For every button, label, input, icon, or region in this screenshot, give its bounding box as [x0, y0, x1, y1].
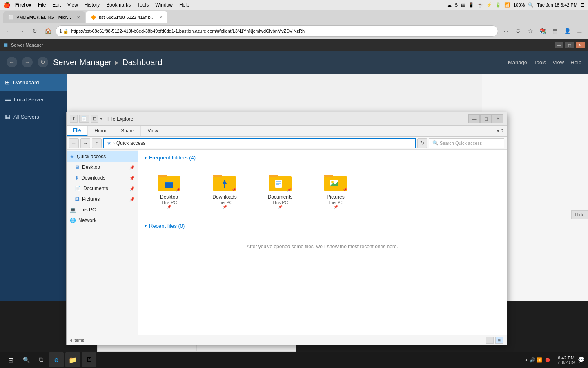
menu-window[interactable]: Window	[155, 2, 173, 8]
fe-grid-view-button[interactable]: ⊞	[495, 337, 503, 344]
fe-toolbar-grid-icon[interactable]: ⊟	[91, 115, 98, 123]
nav-item-desktop[interactable]: 🖥 Desktop 📌	[67, 162, 138, 173]
fe-back-button[interactable]: ←	[69, 138, 79, 148]
fe-ribbon-expand[interactable]: ▾ ?	[494, 126, 507, 136]
menu-help[interactable]: Help	[179, 2, 189, 8]
pin-icon-desktop: 📌	[129, 165, 134, 170]
profile-button[interactable]: 👤	[562, 26, 572, 36]
fe-tab-file[interactable]: File	[67, 126, 88, 136]
folder-name-documents: Documents	[268, 194, 293, 200]
sm-forward-button[interactable]: →	[22, 57, 33, 67]
fe-up-button[interactable]: ↑	[92, 138, 102, 148]
sidebar-button[interactable]: ▤	[550, 26, 560, 36]
sidebar-item-dashboard[interactable]: ⊞ Dashboard	[0, 74, 67, 91]
fe-tab-share[interactable]: Share	[114, 126, 141, 136]
menu-history[interactable]: History	[85, 2, 100, 8]
fe-toolbar-chevron-icon[interactable]: ▾	[100, 116, 102, 121]
pin-indicator-documents: 📌	[287, 188, 292, 192]
fe-tab-home[interactable]: Home	[88, 126, 114, 136]
taskbar-app-server-manager[interactable]: 🖥	[82, 352, 96, 367]
menu-tools[interactable]: Tools	[137, 2, 149, 8]
s-icon: S	[455, 2, 458, 7]
fe-search-bar[interactable]: 🔍 Search Quick access	[429, 138, 504, 148]
sm-action-view[interactable]: View	[552, 59, 564, 65]
nav-item-quick-access[interactable]: ★ Quick access	[67, 151, 138, 162]
menu-view[interactable]: View	[67, 2, 78, 8]
tab2-close[interactable]: ✕	[159, 15, 163, 20]
fe-refresh-button[interactable]: ↻	[417, 138, 427, 148]
folder-icon-documents: 📌	[268, 171, 292, 193]
nav-item-downloads[interactable]: ⬇ Downloads 📌	[67, 173, 138, 183]
tab1-close[interactable]: ✕	[77, 15, 80, 20]
fe-recent-header[interactable]: ▾ Recent files (0)	[145, 223, 500, 229]
sm-breadcrumb-current: Dashboard	[122, 58, 162, 67]
sm-maximize-button[interactable]: ◻	[565, 42, 574, 48]
taskbar-app-ie[interactable]: e	[49, 352, 64, 367]
apple-icon[interactable]: 🍎	[3, 2, 10, 8]
new-tab-button[interactable]: +	[169, 13, 179, 23]
fe-navpane: ★ Quick access 🖥 Desktop 📌 ⬇ Downloads 📌…	[67, 150, 138, 335]
star-button[interactable]: ☆	[525, 26, 536, 36]
sidebar-item-local-server[interactable]: ▬ Local Server	[0, 91, 67, 108]
hamburger-icon[interactable]: ☰	[581, 2, 585, 8]
shield-button[interactable]: 🛡	[513, 26, 523, 36]
folder-sub-desktop: This PC	[161, 200, 177, 205]
fe-maximize-button[interactable]: ◻	[480, 114, 492, 123]
taskbar-search-button[interactable]: 🔍	[20, 353, 33, 366]
folder-item-pictures[interactable]: 📌 Pictures This PC 📌	[311, 167, 360, 213]
fe-path-icon: ★	[107, 140, 111, 146]
folder-item-desktop[interactable]: 📌 Desktop This PC 📌	[145, 167, 194, 213]
menu-extra-icon: ▦	[461, 2, 465, 8]
nav-item-network[interactable]: 🌐 Network	[67, 215, 138, 226]
fe-titlebar: ⬆ 📄 ⊟ ▾ File Explorer — ◻ ✕	[67, 112, 507, 126]
menu-bookmarks[interactable]: Bookmarks	[106, 2, 131, 8]
sm-action-help[interactable]: Help	[570, 59, 581, 65]
menu-edit[interactable]: Edit	[52, 2, 61, 8]
fe-tab-view[interactable]: View	[141, 126, 165, 136]
browser-tab-2[interactable]: 🔶 bst-68c61f88-5122-419f-b6ed... ✕	[86, 11, 167, 23]
library-button[interactable]: 📚	[537, 26, 548, 36]
sm-close-button[interactable]: ✕	[576, 42, 585, 48]
sidebar-label-dashboard: Dashboard	[13, 79, 39, 85]
fe-downloads-icon: ⬇	[75, 175, 79, 181]
forward-button[interactable]: →	[16, 26, 27, 36]
sm-back-button[interactable]: ←	[7, 57, 17, 67]
nav-item-documents[interactable]: 📄 Documents 📌	[67, 183, 138, 194]
folder-item-documents[interactable]: 📌 Documents This PC 📌	[256, 167, 305, 213]
mac-menubar: 🍎 Firefox File Edit View History Bookmar…	[0, 0, 588, 10]
fe-toolbar-up-icon[interactable]: ⬆	[70, 115, 78, 123]
fe-minimize-button[interactable]: —	[468, 114, 480, 123]
menu-firefox[interactable]: Firefox	[15, 2, 31, 8]
more-button[interactable]: ···	[501, 26, 511, 36]
reload-button[interactable]: ↻	[29, 26, 40, 36]
fe-list-view-button[interactable]: ☰	[486, 337, 494, 344]
notification-center-icon[interactable]: 💬	[578, 357, 585, 363]
fe-path-bar[interactable]: ★ › Quick access	[103, 138, 416, 148]
browser-tab-1[interactable]: ⬜ VMDEMOKIELING - Microsoft... ✕	[3, 11, 85, 23]
cloud-icon: ☁	[447, 2, 452, 8]
fe-forward-button[interactable]: →	[80, 138, 90, 148]
back-button[interactable]: ←	[3, 26, 14, 36]
wifi-icon: 📶	[504, 2, 510, 8]
sm-action-manage[interactable]: Manage	[508, 59, 527, 65]
nav-item-pictures[interactable]: 🖼 Pictures 📌	[67, 194, 138, 204]
fe-frequent-header[interactable]: ▾ Frequent folders (4)	[145, 155, 500, 161]
taskbar-app-file-explorer[interactable]: 📁	[65, 352, 80, 367]
hide-panel-button[interactable]: Hide	[571, 210, 588, 219]
folder-item-downloads[interactable]: 📌 Downloads This PC 📌	[200, 167, 249, 213]
sm-refresh-button[interactable]: ↻	[38, 57, 48, 67]
nav-item-this-pc[interactable]: 💻 This PC	[67, 204, 138, 215]
menu-file[interactable]: File	[38, 2, 46, 8]
fe-close-button[interactable]: ✕	[492, 114, 503, 123]
sm-action-tools[interactable]: Tools	[534, 59, 546, 65]
search-icon-mac[interactable]: 🔍	[528, 2, 534, 8]
home-button[interactable]: 🏠	[42, 26, 53, 36]
hamburger-button[interactable]: ☰	[574, 26, 585, 36]
task-view-button[interactable]: ⧉	[34, 353, 47, 366]
sm-minimize-button[interactable]: —	[555, 42, 564, 48]
fe-toolbar-doc-icon[interactable]: 📄	[79, 115, 89, 123]
sidebar-item-all-servers[interactable]: ▦ All Servers	[0, 108, 67, 125]
svg-rect-1	[158, 175, 167, 177]
start-button[interactable]: ⊞	[3, 352, 18, 367]
pin-label-pictures: 📌	[334, 205, 338, 209]
